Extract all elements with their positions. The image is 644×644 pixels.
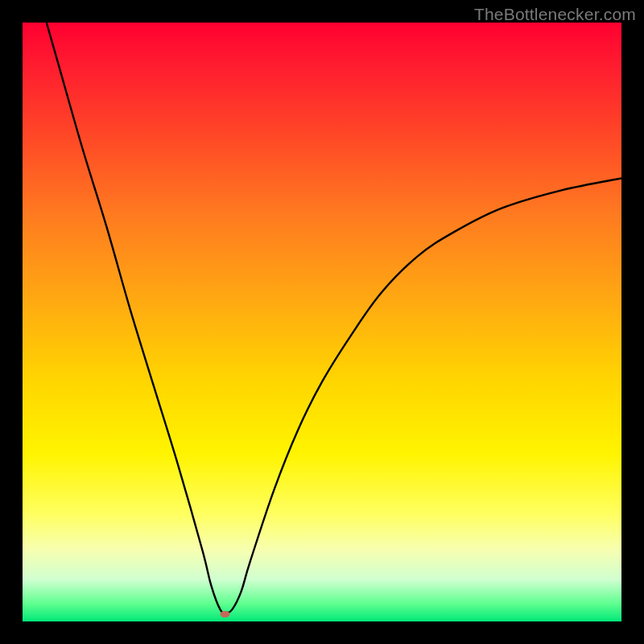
curve-line	[47, 23, 621, 613]
minimum-marker	[220, 611, 229, 617]
watermark-text: TheBottlenecker.com	[474, 5, 636, 24]
bottleneck-curve	[23, 23, 621, 621]
chart-frame: TheBottlenecker.com	[0, 0, 644, 644]
plot-area	[23, 23, 621, 621]
